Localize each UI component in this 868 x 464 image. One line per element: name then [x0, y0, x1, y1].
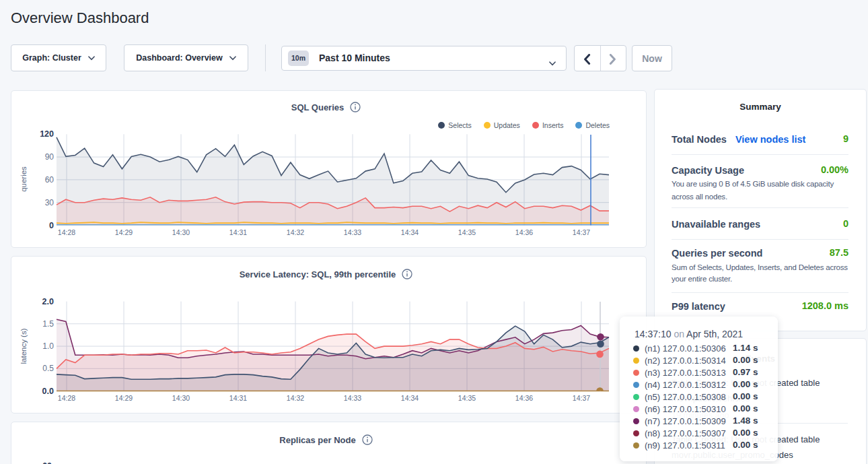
svg-text:1.0: 1.0: [42, 341, 54, 351]
svg-text:14:35: 14:35: [458, 228, 476, 236]
svg-text:14:30: 14:30: [172, 394, 190, 402]
svg-text:14:34: 14:34: [401, 228, 419, 236]
svg-text:14:36: 14:36: [515, 228, 533, 236]
svg-text:14:28: 14:28: [58, 394, 75, 402]
svg-text:14:29: 14:29: [115, 228, 133, 236]
svg-text:14:35: 14:35: [458, 394, 476, 402]
svg-text:14:36: 14:36: [515, 394, 533, 402]
svg-text:14:28: 14:28: [58, 228, 75, 236]
svg-text:queries: queries: [20, 166, 28, 192]
svg-text:14:37: 14:37: [573, 228, 590, 236]
svg-text:14:29: 14:29: [115, 394, 133, 402]
svg-text:14:32: 14:32: [287, 228, 304, 236]
svg-text:0.5: 0.5: [42, 364, 54, 373]
svg-text:14:33: 14:33: [344, 228, 361, 236]
svg-text:14:33: 14:33: [344, 394, 361, 402]
svg-text:14:30: 14:30: [172, 228, 190, 236]
svg-text:120: 120: [40, 129, 54, 139]
svg-text:latency (s): latency (s): [20, 328, 28, 364]
svg-text:0: 0: [49, 221, 54, 230]
svg-text:14:32: 14:32: [287, 394, 304, 402]
svg-text:14:31: 14:31: [229, 394, 247, 402]
svg-text:90: 90: [45, 152, 55, 162]
svg-text:14:37: 14:37: [573, 394, 590, 402]
svg-text:14:31: 14:31: [229, 228, 247, 236]
svg-text:1.5: 1.5: [42, 319, 54, 329]
svg-text:0.0: 0.0: [42, 387, 54, 396]
svg-text:14:34: 14:34: [401, 394, 419, 402]
svg-text:2.0: 2.0: [42, 297, 54, 306]
svg-text:60: 60: [45, 175, 55, 185]
svg-text:30: 30: [45, 198, 55, 207]
